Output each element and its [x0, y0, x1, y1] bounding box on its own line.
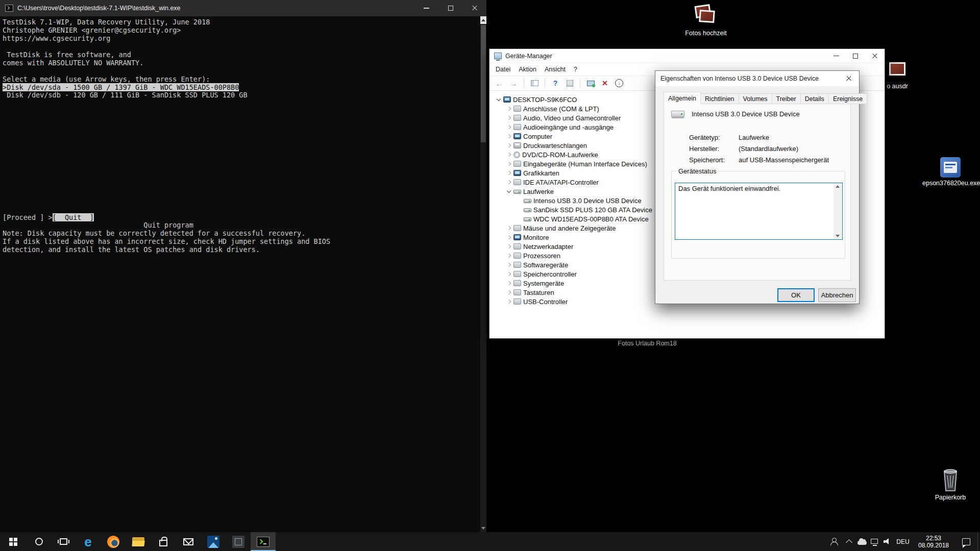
desktop-icon-epson-installer[interactable]: epson376820eu.exe — [922, 157, 978, 187]
chevron-right-icon[interactable] — [504, 126, 513, 129]
chevron-down-icon[interactable] — [494, 98, 503, 101]
store-icon — [159, 540, 167, 546]
chevron-right-icon[interactable] — [504, 291, 513, 294]
sys-icon — [513, 280, 521, 286]
app7-icon — [232, 536, 244, 548]
desktop-icon-fotos-urlaub-label[interactable]: Fotos Urlaub Rom18 — [596, 340, 698, 347]
dialog-title: Eigenschaften von Intenso USB 3.0 Device… — [655, 75, 819, 82]
chevron-down-icon[interactable] — [504, 190, 513, 192]
chevron-right-icon[interactable] — [504, 153, 513, 156]
start-button[interactable] — [0, 532, 27, 551]
taskbar-app-explorer[interactable] — [126, 532, 151, 551]
update-driver-icon[interactable]: ↓ — [614, 78, 625, 89]
chevron-right-icon[interactable] — [504, 227, 513, 230]
menu-item-hilfe[interactable]: ? — [570, 64, 581, 74]
ok-button[interactable]: OK — [777, 288, 815, 302]
chevron-right-icon[interactable] — [504, 162, 513, 165]
tab-richtlinien[interactable]: Richtlinien — [700, 93, 739, 104]
cancel-button[interactable]: Abbrechen — [818, 288, 856, 302]
field-value: Laufwerke — [739, 134, 769, 141]
tab-allgemein[interactable]: Allgemein — [664, 92, 701, 104]
tray-people-button[interactable] — [826, 532, 842, 551]
chevron-right-icon[interactable] — [504, 181, 513, 184]
device-status-textbox[interactable]: Das Gerät funktioniert einwandfrei. — [675, 183, 843, 240]
back-icon[interactable]: ← — [494, 78, 505, 89]
group-label: Gerätestatus — [676, 167, 718, 175]
chevron-right-icon[interactable] — [504, 236, 513, 239]
menu-item-ansicht[interactable]: Ansicht — [541, 64, 570, 74]
taskbar-apps: e — [76, 532, 276, 551]
scroll-down-icon[interactable] — [836, 235, 840, 237]
maximize-button[interactable] — [846, 49, 865, 63]
console-selection: >Disk /dev/sda - 1500 GB / 1397 GiB - WD… — [3, 83, 239, 91]
scroll-up-icon[interactable] — [836, 185, 840, 188]
forward-icon[interactable]: → — [508, 78, 519, 89]
uninstall-device-icon[interactable]: × — [599, 78, 610, 89]
taskbar-app-store[interactable] — [151, 532, 176, 551]
help-icon[interactable]: ? — [550, 78, 561, 89]
action-center-icon — [962, 538, 970, 545]
chevron-right-icon[interactable] — [504, 116, 513, 119]
taskbar-app-edge[interactable]: e — [76, 532, 101, 551]
taskbar-app-firefox[interactable] — [101, 532, 126, 551]
taskbar-app-photos[interactable] — [201, 532, 226, 551]
chevron-right-icon[interactable] — [504, 107, 513, 110]
close-button[interactable] — [865, 49, 885, 63]
tab-details[interactable]: Details — [800, 93, 829, 104]
chevron-right-icon[interactable] — [504, 272, 513, 276]
dialog-titlebar[interactable]: Eigenschaften von Intenso USB 3.0 Device… — [655, 71, 859, 86]
console-scrollbar[interactable] — [480, 16, 486, 532]
scroll-down-icon[interactable] — [480, 524, 486, 532]
console-text: Quit program — [3, 221, 193, 229]
show-desktop-button[interactable] — [977, 532, 980, 551]
maximize-button[interactable] — [438, 0, 462, 16]
console-line: TestDisk 7.1-WIP, Data Recovery Utility,… — [3, 18, 480, 27]
mouse-icon — [513, 225, 521, 231]
drive-icon — [513, 190, 521, 194]
console-selection: [ Quit ] — [53, 213, 94, 221]
tray-network-button[interactable] — [868, 532, 880, 551]
console-tree-icon[interactable] — [529, 78, 540, 89]
console-titlebar[interactable]: C:\Users\trove\Desktop\testdisk-7.1-WIP\… — [0, 0, 486, 16]
scan-hardware-icon[interactable] — [585, 78, 596, 89]
chevron-right-icon[interactable] — [504, 300, 513, 303]
tray-volume-button[interactable] — [880, 532, 894, 551]
close-button[interactable] — [839, 71, 859, 86]
chevron-right-icon[interactable] — [504, 144, 513, 147]
chevron-right-icon[interactable] — [504, 263, 513, 266]
chevron-right-icon[interactable] — [504, 282, 513, 285]
taskbar-app-testdisk[interactable] — [251, 532, 276, 551]
usb-icon — [513, 298, 521, 305]
chevron-right-icon[interactable] — [504, 171, 513, 174]
minimize-button[interactable] — [826, 49, 846, 63]
language-indicator[interactable]: DEU — [894, 532, 912, 551]
chevron-right-icon[interactable] — [504, 135, 513, 138]
devmgr-titlebar[interactable]: Geräte-Manager — [489, 49, 885, 63]
chevron-right-icon[interactable] — [504, 245, 513, 248]
window-controls — [826, 49, 885, 63]
minimize-button[interactable] — [414, 0, 438, 16]
tray-overflow-button[interactable] — [842, 532, 856, 551]
properties-icon[interactable] — [564, 78, 575, 89]
menu-item-datei[interactable]: Datei — [492, 64, 514, 74]
taskbar-app-app7[interactable] — [226, 532, 251, 551]
task-view-button[interactable] — [51, 532, 76, 551]
taskbar-app-mail[interactable] — [176, 532, 201, 551]
chevron-right-icon[interactable] — [504, 254, 513, 257]
ide-icon — [513, 179, 521, 185]
tab-volumes[interactable]: Volumes — [739, 93, 772, 104]
scroll-up-icon[interactable] — [480, 16, 486, 24]
menu-item-aktion[interactable]: Aktion — [514, 64, 541, 74]
taskbar-clock[interactable]: 22:53 08.09.2018 — [912, 532, 955, 551]
tab-ereignisse[interactable]: Ereignisse — [828, 93, 867, 104]
action-center-button[interactable] — [955, 532, 977, 551]
tab-treiber[interactable]: Treiber — [772, 93, 801, 104]
status-scrollbar[interactable] — [834, 184, 842, 239]
scrollbar-thumb[interactable] — [481, 25, 486, 142]
desktop-icon-papierkorb[interactable]: Papierkorb — [926, 467, 975, 502]
cortana-search-button[interactable] — [27, 532, 51, 551]
toolbar-separator — [580, 79, 580, 88]
desktop-icon-fotos-hochzeit[interactable]: Fotos hochzeit — [681, 4, 730, 37]
close-button[interactable] — [462, 0, 486, 16]
tray-onedrive-button[interactable] — [856, 532, 868, 551]
